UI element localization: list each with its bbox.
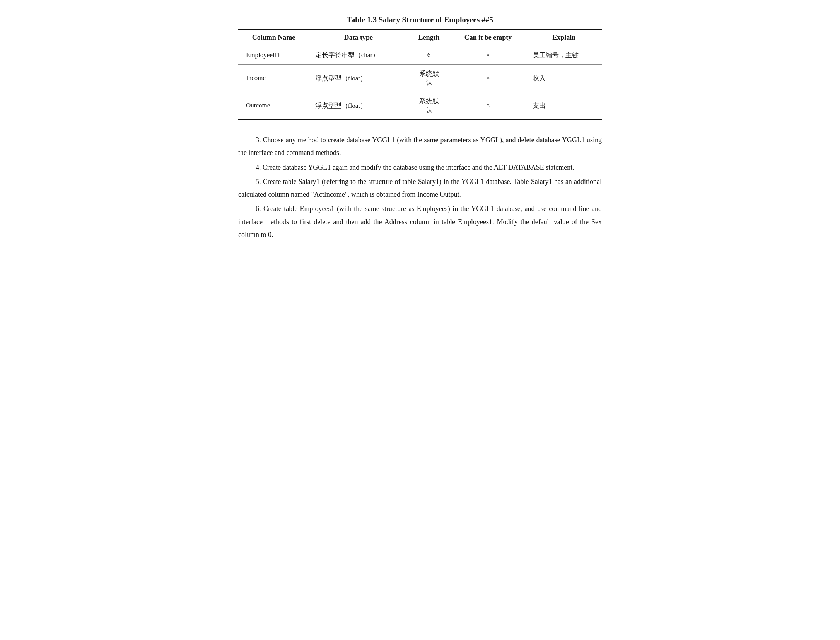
table-title: Table 1.3 Salary Structure of Employees … bbox=[238, 15, 602, 24]
paragraph-p3: 3. Choose any method to create database … bbox=[238, 134, 602, 160]
cell-data-type: 定长字符串型（char） bbox=[309, 46, 408, 65]
cell-length: 系统默 认 bbox=[408, 65, 450, 92]
cell-length: 6 bbox=[408, 46, 450, 65]
header-data-type: Data type bbox=[309, 29, 408, 46]
header-explain: Explain bbox=[526, 29, 602, 46]
cell-nullable: × bbox=[450, 92, 526, 120]
table-row: Income浮点型型（float）系统默 认×收入 bbox=[238, 65, 602, 92]
paragraph-block: 3. Choose any method to create database … bbox=[238, 134, 602, 241]
header-length: Length bbox=[408, 29, 450, 46]
cell-explain: 支出 bbox=[526, 92, 602, 120]
cell-column-name: Outcome bbox=[238, 92, 309, 120]
cell-nullable: × bbox=[450, 46, 526, 65]
cell-column-name: Income bbox=[238, 65, 309, 92]
table-row: EmployeeID定长字符串型（char）6×员工编号，主键 bbox=[238, 46, 602, 65]
cell-column-name: EmployeeID bbox=[238, 46, 309, 65]
cell-length: 系统默 认 bbox=[408, 92, 450, 120]
header-can-be-empty: Can it be empty bbox=[450, 29, 526, 46]
cell-explain: 收入 bbox=[526, 65, 602, 92]
table-row: Outcome浮点型型（float）系统默 认×支出 bbox=[238, 92, 602, 120]
header-column-name: Column Name bbox=[238, 29, 309, 46]
cell-nullable: × bbox=[450, 65, 526, 92]
cell-explain: 员工编号，主键 bbox=[526, 46, 602, 65]
cell-data-type: 浮点型型（float） bbox=[309, 92, 408, 120]
table-header-row: Column Name Data type Length Can it be e… bbox=[238, 29, 602, 46]
salary-structure-table: Column Name Data type Length Can it be e… bbox=[238, 29, 602, 120]
cell-data-type: 浮点型型（float） bbox=[309, 65, 408, 92]
paragraph-p4: 4. Create database YGGL1 again and modif… bbox=[238, 161, 602, 174]
paragraph-p6: 6. Create table Employees1 (with the sam… bbox=[238, 203, 602, 241]
paragraph-p5: 5. Create table Salary1 (referring to th… bbox=[238, 175, 602, 201]
